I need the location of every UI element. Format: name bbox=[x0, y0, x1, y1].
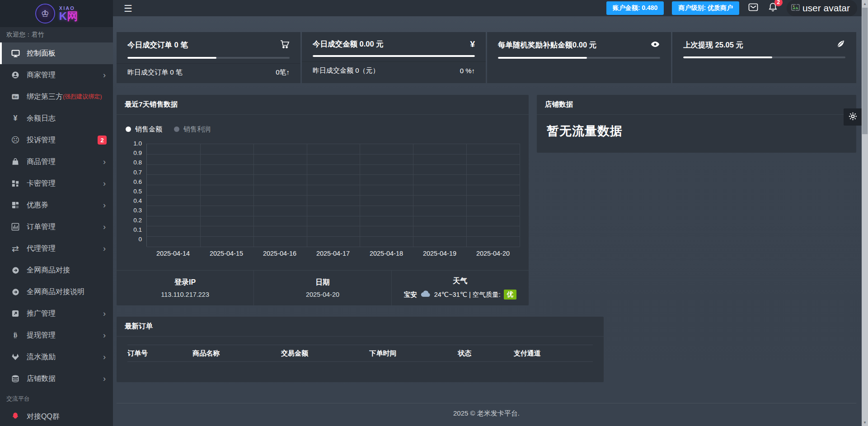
date-cell: 日期 2025-04-20 bbox=[253, 271, 391, 305]
chart-y-axis: 1.00.90.80.70.60.50.40.30.20.10 bbox=[126, 140, 146, 243]
yen-icon: ¥ bbox=[470, 39, 475, 49]
sidebar-item-flow-incentive[interactable]: 流水激励 › bbox=[0, 346, 113, 368]
arrow-circle-icon bbox=[10, 288, 21, 296]
scrollbar-thumb[interactable] bbox=[862, 8, 868, 134]
orders-table-header: 订单号 商品名称 交易金额 下单时间 状态 支付通道 bbox=[127, 345, 593, 362]
sidebar-item-label: 全网商品对接 bbox=[27, 266, 70, 275]
scroll-up-arrow[interactable]: ▲ bbox=[862, 0, 868, 7]
avatar-alt-text: user avatar bbox=[802, 3, 850, 14]
section-label-community: 交流平台 bbox=[0, 392, 113, 406]
top-bar: ☰ 账户金额: 0.480 商户级别: 优质商户 2 user avatar bbox=[113, 0, 868, 16]
sidebar-item-complaints[interactable]: ☹ 投诉管理 2 bbox=[0, 129, 113, 151]
behance-icon: Be bbox=[10, 93, 21, 101]
svg-text:B: B bbox=[14, 332, 18, 338]
chevron-right-icon: › bbox=[103, 201, 106, 209]
sidebar-item-product-sync[interactable]: 全网商品对接 bbox=[0, 259, 113, 281]
sidebar-item-shop-data[interactable]: 店铺数据 › bbox=[0, 368, 113, 389]
sidebar-item-withdrawal[interactable]: B 提现管理 › bbox=[0, 324, 113, 346]
sidebar-item-coupons[interactable]: 优惠券 › bbox=[0, 194, 113, 216]
stat-title: 每单随机奖励补贴金额0.00 元 bbox=[498, 40, 596, 50]
aqi-badge: 优 bbox=[504, 290, 516, 300]
notifications-button[interactable]: 2 bbox=[767, 2, 779, 15]
stat-sub-left: 昨日成交金额 0（元） bbox=[313, 66, 380, 75]
chevron-right-icon: › bbox=[103, 331, 106, 339]
stat-sub-right: 0 %↑ bbox=[460, 67, 475, 75]
vertical-scrollbar[interactable]: ▲ ▼ bbox=[862, 0, 868, 426]
hamburger-menu-icon[interactable]: ☰ bbox=[124, 4, 132, 13]
sidebar-item-dashboard[interactable]: 控制面板 bbox=[0, 42, 113, 64]
sidebar-item-label: 对接QQ群 bbox=[27, 412, 60, 421]
stat-sub-left: 昨日成交订单 0 笔 bbox=[127, 68, 183, 77]
date-value: 2025-04-20 bbox=[306, 291, 339, 298]
sidebar-item-product-sync-docs[interactable]: 全网商品对接说明 bbox=[0, 281, 113, 303]
external-link-icon bbox=[10, 309, 21, 318]
yen-icon: ¥ bbox=[10, 114, 21, 122]
quill-icon bbox=[836, 39, 845, 51]
brand-net: 网 bbox=[67, 10, 78, 22]
account-balance-badge[interactable]: 账户金额: 0.480 bbox=[606, 1, 664, 15]
shop-data-card: 店铺数据 暂无流量数据 bbox=[537, 95, 856, 153]
sidebar-item-card-keys[interactable]: 卡密管理 › bbox=[0, 173, 113, 194]
chevron-right-icon: › bbox=[103, 309, 106, 318]
monitor-icon bbox=[10, 49, 21, 58]
inbox-button[interactable] bbox=[747, 1, 759, 15]
login-ip-value: 113.110.217.223 bbox=[161, 291, 209, 298]
no-traffic-data-text: 暂无流量数据 bbox=[547, 123, 846, 139]
sidebar-item-balance-log[interactable]: ¥ 余额日志 bbox=[0, 108, 113, 129]
legend-item[interactable]: 销售金额 bbox=[126, 125, 162, 134]
sidebar-item-promotion[interactable]: 推广管理 › bbox=[0, 303, 113, 324]
sidebar-item-label: 代理管理 bbox=[27, 244, 56, 253]
chart-legend: 销售金额销售利润 bbox=[126, 125, 520, 134]
gear-icon bbox=[848, 112, 858, 123]
chart-grid bbox=[146, 144, 520, 247]
sidebar-item-products[interactable]: 商品管理 › bbox=[0, 151, 113, 173]
sidebar-item-qq-group[interactable]: 对接QQ群 bbox=[0, 406, 113, 426]
sidebar-item-label: 商品管理 bbox=[27, 157, 56, 167]
frown-icon: ☹ bbox=[10, 135, 21, 145]
login-ip-cell: 登录IP 113.110.217.223 bbox=[117, 271, 253, 305]
sidebar-item-label: 投诉管理 bbox=[27, 136, 56, 145]
sidebar-item-agents[interactable]: ⇄ 代理管理 › bbox=[0, 238, 113, 259]
broken-image-icon bbox=[791, 3, 800, 14]
brand-k: K bbox=[59, 10, 67, 22]
cloud-icon bbox=[420, 290, 431, 299]
complaint-count-badge: 2 bbox=[98, 136, 107, 145]
sidebar-item-label: 余额日志 bbox=[27, 114, 56, 123]
weather-cell: 天气 宝安 24℃~31℃ | 空气质量: 优 bbox=[391, 271, 529, 305]
envelope-icon bbox=[747, 1, 759, 15]
sidebar-item-merchant[interactable]: 商家管理 › bbox=[0, 64, 113, 86]
app-logo[interactable]: ♔ XIAO K网 bbox=[0, 0, 113, 27]
user-avatar[interactable]: user avatar bbox=[787, 0, 857, 16]
progress-bar bbox=[313, 55, 475, 57]
stat-sub-right: 0笔↑ bbox=[276, 68, 290, 77]
sidebar-item-orders[interactable]: 订单管理 › bbox=[0, 216, 113, 238]
progress-bar bbox=[127, 57, 290, 59]
shopping-bag-icon bbox=[10, 158, 21, 166]
col-status: 状态 bbox=[458, 349, 514, 358]
merchant-level-badge[interactable]: 商户级别: 优质商户 bbox=[672, 1, 739, 15]
progress-bar bbox=[683, 56, 845, 58]
settings-gear-button[interactable] bbox=[844, 108, 862, 126]
dashboard-page: ♔ XIAO K网 欢迎您：君竹 控制面板 商家管理 › Be 绑定第三方 (强… bbox=[0, 0, 868, 426]
main-area: ☰ 账户金额: 0.480 商户级别: 优质商户 2 user avatar bbox=[113, 0, 868, 426]
legend-item[interactable]: 销售利润 bbox=[174, 125, 211, 134]
swap-arrows-icon: ⇄ bbox=[10, 243, 21, 254]
bind-warning-text: (强烈建议绑定) bbox=[63, 93, 102, 101]
col-order-time: 下单时间 bbox=[370, 349, 458, 358]
col-amount: 交易金额 bbox=[281, 349, 370, 358]
sidebar-item-label: 绑定第三方 bbox=[27, 92, 63, 102]
weather-text: 24℃~31℃ | 空气质量: bbox=[434, 290, 501, 299]
chart-info-row: 登录IP 113.110.217.223 日期 2025-04-20 天气 宝安 bbox=[117, 270, 529, 305]
weather-label: 天气 bbox=[453, 276, 467, 286]
arrow-circle-icon bbox=[10, 267, 21, 274]
sidebar-item-label: 提现管理 bbox=[27, 331, 56, 340]
svg-text:Be: Be bbox=[13, 95, 18, 99]
col-order-no: 订单号 bbox=[127, 349, 192, 358]
col-product-name: 商品名称 bbox=[192, 349, 281, 358]
chart-x-axis: 2025-04-142025-04-152025-04-162025-04-17… bbox=[146, 247, 520, 260]
stats-row: 今日成交订单 0 笔 昨日成交订单 0 笔 0笔↑ 今日成交金额 0.00 元 … bbox=[117, 32, 856, 83]
stat-card-today-amount: 今日成交金额 0.00 元 ¥ 昨日成交金额 0（元） 0 %↑ bbox=[302, 32, 486, 83]
sidebar-item-label: 店铺数据 bbox=[27, 374, 56, 384]
scroll-down-arrow[interactable]: ▼ bbox=[862, 419, 868, 426]
sidebar-item-bind-third-party[interactable]: Be 绑定第三方 (强烈建议绑定) bbox=[0, 86, 113, 108]
